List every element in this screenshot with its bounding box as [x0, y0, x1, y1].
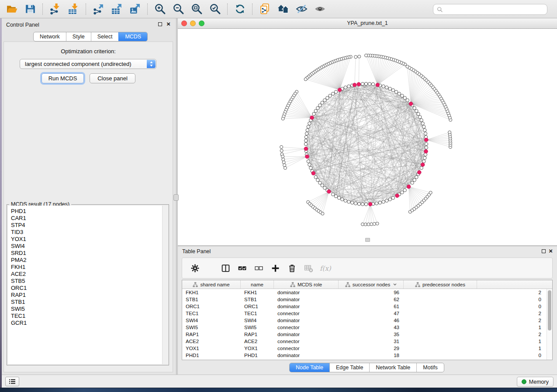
- table-cell[interactable]: STB1: [241, 296, 274, 303]
- table-cell[interactable]: dominator: [274, 303, 339, 310]
- mcds-result-item[interactable]: CAR1: [11, 215, 162, 222]
- float-table-panel-icon[interactable]: [542, 249, 546, 253]
- vertical-splitter-handle[interactable]: [173, 194, 179, 201]
- table-cell[interactable]: RAP1: [241, 331, 274, 338]
- float-window-icon[interactable]: [158, 22, 162, 26]
- export-table-button[interactable]: [108, 1, 125, 17]
- table-cell[interactable]: FKH1: [182, 289, 241, 296]
- zoom-out-button[interactable]: [170, 1, 187, 17]
- table-cell[interactable]: FKH1: [241, 289, 274, 296]
- mcds-result-item[interactable]: ORC1: [11, 285, 162, 292]
- tab-style[interactable]: Style: [66, 32, 91, 41]
- table-cell[interactable]: PHD1: [241, 352, 274, 359]
- table-cell[interactable]: ORC1: [182, 303, 241, 310]
- tab-network[interactable]: Network: [34, 32, 66, 41]
- mcds-result-item[interactable]: GCR1: [11, 320, 162, 327]
- refresh-button[interactable]: [232, 1, 248, 17]
- table-cell[interactable]: RAP1: [182, 331, 241, 338]
- tab-network-table[interactable]: Network Table: [369, 363, 416, 372]
- table-cell[interactable]: 96: [339, 289, 404, 296]
- close-table-panel-icon[interactable]: ×: [549, 247, 553, 255]
- table-cell[interactable]: 2: [404, 289, 547, 296]
- table-cell[interactable]: dominator: [274, 317, 339, 324]
- table-row[interactable]: ORC1ORC1dominator610: [182, 303, 547, 310]
- table-cell[interactable]: YOX1: [182, 345, 241, 352]
- table-cell[interactable]: 31: [339, 338, 404, 345]
- mcds-result-item[interactable]: FKH1: [11, 264, 162, 271]
- table-row[interactable]: STB1STB1dominator620: [182, 296, 547, 303]
- mcds-result-item[interactable]: TID3: [11, 229, 162, 236]
- table-cell[interactable]: 2: [404, 310, 547, 317]
- table-cell[interactable]: 1: [404, 345, 547, 352]
- mcds-result-item[interactable]: STB5: [11, 278, 162, 285]
- mcds-result-item[interactable]: PHD1: [11, 208, 162, 215]
- mcds-result-item[interactable]: STP4: [11, 222, 162, 229]
- mcds-result-item[interactable]: SWI4: [11, 243, 162, 250]
- table-cell[interactable]: 18: [339, 352, 404, 359]
- hide-selected-button[interactable]: [293, 1, 310, 17]
- table-cell[interactable]: 0: [404, 352, 547, 359]
- table-cell[interactable]: 62: [339, 296, 404, 303]
- table-cell[interactable]: TEC1: [241, 310, 274, 317]
- table-cell[interactable]: connector: [274, 324, 339, 331]
- tab-mcds[interactable]: MCDS: [118, 32, 147, 41]
- deselect-all-button[interactable]: [254, 263, 264, 273]
- columns-button[interactable]: [221, 263, 231, 273]
- column-header-successor-nodes[interactable]: successor nodes: [339, 280, 404, 289]
- table-cell[interactable]: 1: [404, 338, 547, 345]
- tab-node-table[interactable]: Node Table: [290, 363, 329, 372]
- table-cell[interactable]: 1: [404, 324, 547, 331]
- mcds-result-item[interactable]: SWI5: [11, 306, 162, 313]
- column-header-predecessor-nodes[interactable]: predecessor nodes: [404, 280, 477, 289]
- table-cell[interactable]: 2: [404, 331, 547, 338]
- table-cell[interactable]: 2: [404, 317, 547, 324]
- mcds-result-item[interactable]: SRD1: [11, 250, 162, 257]
- table-row[interactable]: SWI4SWI4dominator462: [182, 317, 547, 324]
- mcds-result-item[interactable]: ACE2: [11, 271, 162, 278]
- column-header-name[interactable]: name: [241, 280, 274, 289]
- task-history-button[interactable]: [5, 377, 19, 386]
- table-cell[interactable]: dominator: [274, 352, 339, 359]
- import-network-button[interactable]: [47, 1, 63, 17]
- table-cell[interactable]: TEC1: [182, 310, 241, 317]
- table-cell[interactable]: dominator: [274, 331, 339, 338]
- network-canvas[interactable]: [178, 29, 557, 245]
- table-cell[interactable]: ORC1: [241, 303, 274, 310]
- close-window-icon[interactable]: [181, 21, 187, 26]
- table-cell[interactable]: connector: [274, 338, 339, 345]
- mcds-result-item[interactable]: PMA2: [11, 257, 162, 264]
- table-cell[interactable]: 35: [339, 331, 404, 338]
- canvas-resize-grip[interactable]: [365, 238, 370, 242]
- mcds-result-scrollbar[interactable]: [162, 206, 168, 364]
- open-file-button[interactable]: [3, 1, 20, 17]
- save-session-button[interactable]: [22, 1, 38, 17]
- maximize-window-icon[interactable]: [199, 21, 204, 26]
- zoom-in-button[interactable]: [152, 1, 168, 17]
- column-header-shared-name[interactable]: shared name: [182, 280, 241, 289]
- table-cell[interactable]: ACE2: [182, 338, 241, 345]
- mcds-result-item[interactable]: STB1: [11, 299, 162, 306]
- table-row[interactable]: RAP1RAP1dominator352: [182, 331, 547, 338]
- table-cell[interactable]: SWI4: [182, 317, 241, 324]
- table-scrollbar[interactable]: [547, 289, 552, 360]
- table-row[interactable]: ACE2ACE2connector311: [182, 338, 547, 345]
- table-cell[interactable]: 29: [339, 345, 404, 352]
- table-cell[interactable]: 0: [404, 303, 547, 310]
- table-cell[interactable]: connector: [274, 345, 339, 352]
- table-cell[interactable]: dominator: [274, 289, 339, 296]
- table-cell[interactable]: 47: [339, 310, 404, 317]
- close-panel-button[interactable]: Close panel: [90, 73, 135, 83]
- first-neighbors-button[interactable]: [275, 1, 291, 17]
- table-cell[interactable]: SWI5: [182, 324, 241, 331]
- delete-row-button[interactable]: [287, 263, 297, 273]
- memory-button[interactable]: Memory: [517, 377, 554, 387]
- tab-motifs[interactable]: Motifs: [416, 363, 443, 372]
- minimize-window-icon[interactable]: [190, 21, 196, 26]
- mcds-result-item[interactable]: TEC1: [11, 313, 162, 320]
- tab-select[interactable]: Select: [91, 32, 119, 41]
- table-row[interactable]: PHD1PHD1dominator180: [182, 352, 547, 359]
- table-cell[interactable]: 43: [339, 324, 404, 331]
- export-network-button[interactable]: [90, 1, 107, 17]
- table-row[interactable]: SWI5SWI5connector431: [182, 324, 547, 331]
- zoom-selected-button[interactable]: [207, 1, 223, 17]
